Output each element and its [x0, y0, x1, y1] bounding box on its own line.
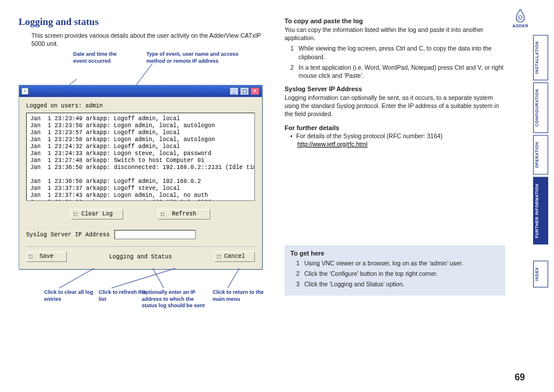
- to-get-here-box: To get here 1Using VNC viewer or a brows…: [285, 245, 505, 296]
- tab-operation[interactable]: OPERATION: [533, 135, 548, 175]
- screen-name-label: Logging and Status: [67, 254, 214, 260]
- syslog-ip-label: Syslog Server IP Address: [26, 232, 110, 238]
- vnc-icon: V: [21, 88, 28, 95]
- clear-log-button[interactable]: Clear Log: [71, 209, 123, 220]
- further-heading: For further details: [285, 124, 505, 131]
- save-button[interactable]: Save: [26, 251, 67, 262]
- cancel-button[interactable]: Cancel: [214, 251, 255, 262]
- gethere-step-3: 3Click the ‘Logging and Status’ option.: [296, 280, 499, 288]
- copy-heading: To copy and paste the log: [285, 17, 505, 24]
- copy-step-1: 1While viewing the log screen, press Ctr…: [290, 44, 505, 60]
- syslog-ip-input[interactable]: [114, 230, 196, 239]
- page-title: Logging and status: [19, 16, 274, 28]
- syslog-body: Logging information can optionally be se…: [285, 93, 505, 118]
- brand-logo: ADDER: [513, 8, 528, 28]
- tab-further-information[interactable]: FURTHER INFORMATION: [533, 177, 548, 244]
- refresh-button[interactable]: Refresh: [158, 209, 210, 220]
- callout-syslog: Optionally enter an IP address to which …: [142, 289, 206, 309]
- svg-point-0: [519, 16, 522, 19]
- close-icon[interactable]: ✕: [250, 87, 260, 95]
- logged-on-label: Logged on users:: [26, 103, 82, 109]
- gethere-step-1: 1Using VNC viewer or a browser, log on a…: [296, 259, 499, 267]
- tab-configuration[interactable]: CONFIGURATION: [533, 82, 548, 133]
- tab-installation[interactable]: INSTALLATION: [533, 35, 548, 80]
- gethere-step-2: 2Click the ‘Configure’ button in the top…: [296, 269, 499, 278]
- gethere-heading: To get here: [290, 250, 499, 257]
- maximize-icon[interactable]: ▢: [240, 87, 249, 95]
- log-listbox[interactable]: Jan 1 23:23:49 arkapp: Logoff admin, loc…: [26, 113, 255, 201]
- copy-step-2: 2In a text application (i.e. Word, WordP…: [290, 63, 505, 80]
- logged-on-value: admin: [85, 103, 103, 109]
- minimize-icon[interactable]: _: [229, 87, 239, 95]
- syslog-heading: Syslog Server IP Address: [285, 85, 505, 92]
- rfc-link[interactable]: http://www.ietf.org/rfc.html: [297, 141, 368, 148]
- callout-cancel: Click to return to the main menu: [213, 289, 265, 303]
- intro-text: This screen provides various details abo…: [31, 31, 274, 48]
- log-window: V _ ▢ ✕ Logged on users: admin Jan 1 23:…: [19, 85, 262, 269]
- further-bullet: •For details of the Syslog protocol (RFC…: [290, 132, 505, 139]
- callout-clear: Click to clear all log entries: [44, 289, 96, 303]
- tab-index[interactable]: INDEX: [533, 261, 548, 287]
- side-nav: INSTALLATION CONFIGURATION OPERATION FUR…: [533, 35, 548, 287]
- page-number: 69: [515, 372, 525, 383]
- copy-intro: You can copy the information listed with…: [285, 26, 505, 42]
